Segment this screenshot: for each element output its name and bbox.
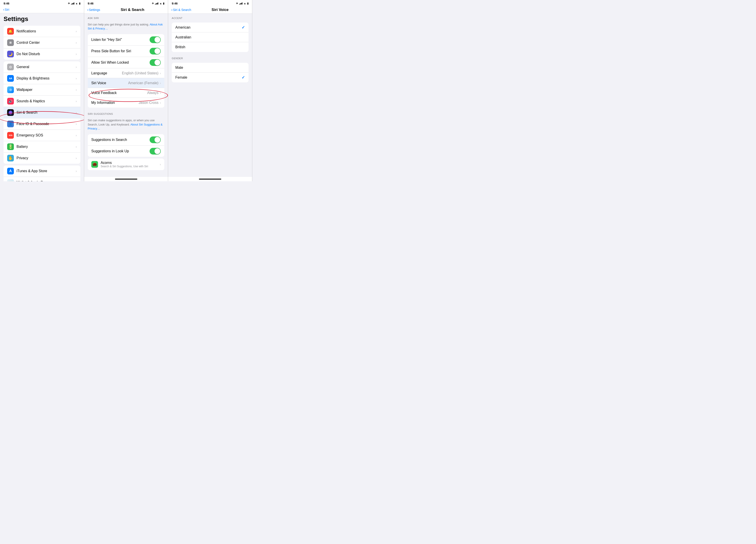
- wallpaper-chevron: ›: [76, 88, 77, 92]
- scroll-area-2[interactable]: ASK SIRI Siri can help you get things do…: [84, 14, 168, 177]
- siri-voice-row[interactable]: Siri Voice American (Female) ›: [88, 78, 165, 88]
- language-row[interactable]: Language English (United States) ›: [88, 68, 165, 78]
- wifi-icon-2: ▲: [159, 2, 162, 5]
- accent-australian-row[interactable]: Australian: [172, 32, 249, 42]
- home-bar-2: [115, 179, 137, 180]
- donotdisturb-icon: 🌙: [7, 51, 14, 57]
- location-icon-3: ✈: [236, 2, 238, 5]
- sidebar-item-display[interactable]: AA Display & Brightness ›: [4, 73, 80, 84]
- gender-header: GENDER: [168, 54, 252, 61]
- battery-icon: ▮: [79, 2, 80, 5]
- controlcenter-icon: ⊞: [7, 39, 14, 46]
- battery-icon-el: 🔋: [7, 143, 14, 150]
- back-button-3[interactable]: ‹ Siri & Search: [171, 8, 191, 12]
- location-icon-2: ✈: [152, 2, 154, 5]
- acorns-chevron: ›: [160, 163, 161, 166]
- status-icons-3: ✈ ▲ ▮: [236, 2, 249, 5]
- sugg-search-row[interactable]: Suggestions in Search: [88, 134, 165, 146]
- accent-british-row[interactable]: British: [172, 42, 249, 52]
- sugg-search-label: Suggestions in Search: [91, 138, 150, 142]
- siri-voice-chevron: ›: [160, 81, 161, 85]
- sidebar-item-sirisearch[interactable]: Siri & Search ›: [4, 107, 80, 118]
- side-btn-toggle[interactable]: [150, 48, 161, 54]
- hey-siri-toggle[interactable]: [150, 36, 161, 43]
- locked-row[interactable]: Allow Siri When Locked: [88, 57, 165, 68]
- sidebar-item-privacy[interactable]: ✋ Privacy ›: [4, 153, 80, 164]
- signal-bars-1: [71, 2, 74, 4]
- sirisearch-label: Siri & Search: [17, 111, 76, 115]
- sidebar-item-battery[interactable]: 🔋 Battery ›: [4, 141, 80, 153]
- status-icons-1: ✈ ▲ ▮: [68, 2, 80, 5]
- wallet-chevron: ›: [76, 181, 77, 181]
- gender-female-row[interactable]: Female ✓: [172, 73, 249, 82]
- siri-glow: [8, 110, 13, 115]
- side-btn-row[interactable]: Press Side Button for Siri: [88, 46, 165, 57]
- sugg-lookup-label: Suggestions in Look Up: [91, 149, 150, 153]
- sidebar-item-emergencysos[interactable]: SOS Emergency SOS ›: [4, 130, 80, 141]
- siri-voice-panel: 9:46 ✈ ▲ ▮ ‹ Siri & Search Siri Voice AC…: [168, 0, 252, 181]
- status-bar-3: 9:46 ✈ ▲ ▮: [168, 0, 252, 6]
- sidebar-item-wallet[interactable]: 💳 Wallet & Apple Pay ›: [4, 177, 80, 181]
- large-title-bar: Settings: [0, 13, 84, 24]
- back-chevron-1: ‹: [3, 8, 4, 12]
- accent-australian-label: Australian: [175, 35, 245, 39]
- sidebar-item-controlcenter[interactable]: ⊞ Control Center ›: [4, 37, 80, 48]
- privacy-label: Privacy: [17, 156, 76, 160]
- sugg-lookup-row[interactable]: Suggestions in Look Up: [88, 146, 165, 157]
- hey-siri-knob: [155, 37, 160, 43]
- itunes-label: iTunes & App Store: [17, 169, 76, 173]
- language-chevron: ›: [160, 71, 161, 75]
- sidebar-item-donotdisturb[interactable]: 🌙 Do Not Disturb ›: [4, 48, 80, 60]
- sidebar-item-faceid[interactable]: 👤 Face ID & Passcode ›: [4, 118, 80, 130]
- my-info-value: Jason Cross: [139, 101, 159, 105]
- gender-male-row[interactable]: Male: [172, 63, 249, 73]
- home-bar-3: [199, 179, 221, 180]
- voice-feedback-row[interactable]: Voice Feedback Always ›: [88, 88, 165, 98]
- home-indicator-2: [84, 177, 168, 181]
- back-label-2: Settings: [89, 8, 100, 12]
- settings-panel: 9:46 ✈ ▲ ▮ ‹ Siri Settings 🔔 Notificatio…: [0, 0, 84, 181]
- status-bar-2: 9:46 ✈ ▲ ▮: [84, 0, 168, 6]
- my-info-chevron: ›: [160, 101, 161, 105]
- voice-feedback-chevron: ›: [160, 91, 161, 95]
- back-button-2[interactable]: ‹ Settings: [87, 8, 100, 12]
- sidebar-item-itunes[interactable]: A iTunes & App Store ›: [4, 165, 80, 177]
- scroll-area-1[interactable]: Settings 🔔 Notifications › ⊞ Control Cen…: [0, 13, 84, 181]
- battery-icon-2: ▮: [163, 2, 164, 5]
- sidebar-item-general[interactable]: ⚙ General ›: [4, 61, 80, 73]
- wifi-icon-3: ▲: [244, 2, 246, 5]
- siri-voice-label: Siri Voice: [91, 81, 128, 85]
- privacy-icon-el: ✋: [7, 155, 14, 161]
- settings-group-3: A iTunes & App Store › 💳 Wallet & Apple …: [4, 165, 80, 181]
- acorns-icon: 🌰: [91, 161, 98, 168]
- sugg-search-toggle[interactable]: [150, 136, 161, 143]
- sos-icon-el: SOS: [7, 132, 14, 139]
- back-button-1[interactable]: ‹ Siri: [3, 8, 9, 12]
- sidebar-item-notifications[interactable]: 🔔 Notifications ›: [4, 26, 80, 37]
- accent-american-row[interactable]: American ✓: [172, 23, 249, 32]
- siri-suggestions-header: SIRI SUGGESTIONS: [84, 109, 168, 117]
- controlcenter-chevron: ›: [76, 41, 77, 44]
- hey-siri-label: Listen for "Hey Siri": [91, 38, 150, 42]
- locked-toggle[interactable]: [150, 59, 161, 66]
- sidebar-item-wallpaper[interactable]: ❊ Wallpaper ›: [4, 84, 80, 96]
- sounds-label: Sounds & Haptics: [17, 99, 76, 103]
- hey-siri-row[interactable]: Listen for "Hey Siri": [88, 34, 165, 46]
- apps-group: 🌰 Acorns Search & Siri Suggestions, Use …: [88, 159, 165, 170]
- accent-header: ACCENT: [168, 14, 252, 21]
- general-label: General: [17, 65, 76, 69]
- voice-feedback-value: Always: [147, 91, 159, 95]
- notifications-label: Notifications: [17, 29, 76, 33]
- sounds-icon: 🔊: [7, 98, 14, 105]
- itunes-icon: A: [7, 168, 14, 174]
- sugg-lookup-toggle[interactable]: [150, 148, 161, 155]
- back-chevron-2: ‹: [87, 8, 88, 12]
- location-icon: ✈: [68, 2, 70, 5]
- panel3-title: Siri Voice: [191, 8, 249, 12]
- scroll-area-3[interactable]: ACCENT American ✓ Australian British GEN…: [168, 14, 252, 177]
- acorns-row[interactable]: 🌰 Acorns Search & Siri Suggestions, Use …: [88, 159, 165, 170]
- accent-american-check: ✓: [242, 25, 245, 30]
- my-info-row[interactable]: My Information Jason Cross ›: [88, 98, 165, 108]
- sidebar-item-sounds[interactable]: 🔊 Sounds & Haptics ›: [4, 96, 80, 107]
- siri-voice-value: American (Female): [128, 81, 159, 85]
